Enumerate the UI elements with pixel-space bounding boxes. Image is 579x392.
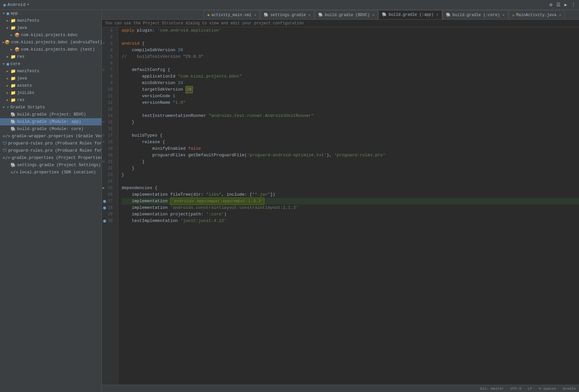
props-icon: </> — [11, 170, 18, 175]
code-line-23: } — [122, 172, 579, 178]
sidebar-item-package2[interactable]: ▶ 📦 com.kizai.projects.bdvc (androidTest… — [0, 39, 101, 46]
list-icon[interactable]: ☰ — [556, 2, 561, 8]
code-editor[interactable]: 1 2 ⊟3 4 5 6 ⊟7 8 9 10 11 12 13 14 ⊟15 1… — [102, 27, 579, 385]
tab-close-icon[interactable]: ✕ — [436, 12, 438, 17]
tab-close-icon[interactable]: ✕ — [254, 13, 256, 17]
tab-close-icon[interactable]: ✕ — [308, 13, 311, 17]
sidebar-item-gradle-wrapper[interactable]: </> gradle-wrapper.properties (Gradle Ve… — [0, 133, 101, 140]
sidebar-item-assets[interactable]: ▶ 📁 assets — [0, 82, 101, 89]
sidebar-item-proguard-core[interactable]: 🛡 proguard-rules.pro (ProGuard Rules for… — [0, 147, 101, 154]
fold-icon[interactable]: ⊟ — [102, 159, 104, 165]
sidebar-item-label: proguard-rules.pro (ProGuard Rules for a… — [8, 141, 101, 146]
fold-icon[interactable]: ⊟ — [102, 67, 104, 73]
tab-label: build.gradle (:app) — [389, 12, 434, 17]
code-text: fileTree(dir: — [170, 191, 206, 198]
sidebar-item-label: Gradle Scripts — [11, 105, 45, 110]
run-icon[interactable]: ▶ — [102, 185, 105, 191]
tab-main-activity[interactable]: ☕ MainActivity.java ✕ — [509, 10, 565, 19]
tab-settings-gradle[interactable]: 🐘 settings.gradle ✕ — [260, 10, 314, 19]
sidebar-item-proguard-app[interactable]: 🛡 proguard-rules.pro (ProGuard Rules for… — [0, 140, 101, 147]
code-line-14: testInstrumentationRunner "androidx.test… — [122, 113, 579, 119]
tab-activity-main[interactable]: ◈ activity_main.xml ✕ — [204, 10, 260, 19]
code-indent — [122, 73, 142, 80]
sidebar-item-local-props[interactable]: </> local.properties (SDK Location) — [0, 169, 101, 176]
sidebar-item-gradle-props[interactable]: </> gradle.properties (Project Propertie… — [0, 154, 101, 162]
code-indent — [122, 80, 142, 86]
tab-build-gradle-bdvc[interactable]: 🐘 build.gradle (BDVC) ✕ — [315, 10, 378, 19]
fold-icon[interactable]: ⊟ — [102, 40, 104, 47]
fold-icon[interactable]: ⊟ — [102, 132, 104, 139]
sidebar: ▼ ▣ app ▶ 📁 manifests ▶ 📁 java ▶ 📦 com.k… — [0, 10, 102, 392]
folder-icon: 📁 — [11, 54, 16, 59]
sidebar-item-build-gradle-project[interactable]: 🐘 build.gradle (Project: BDVC) — [0, 111, 101, 118]
code-text: applicationId — [142, 73, 178, 80]
code-line-27: implementation 'androidx.appcompat:appco… — [122, 198, 579, 205]
sidebar-item-res2[interactable]: ▶ 📁 res — [0, 97, 101, 104]
arrow-icon: ▶ — [7, 84, 11, 88]
tab-build-gradle-core[interactable]: 🐘 build.gradle (:core) ✕ — [442, 10, 508, 19]
tab-label: MainActivity.java — [516, 13, 556, 17]
sidebar-item-package1[interactable]: ▶ 📦 com.kizai.projects.bdvc — [0, 32, 101, 39]
dropdown-arrow-icon[interactable]: ▼ — [27, 3, 29, 7]
folder-icon: 📁 — [11, 98, 16, 103]
code-text: minSdkVersion — [142, 80, 178, 86]
string-value: "androidx.test.runner.AndroidJUnitRunner… — [209, 113, 314, 119]
code-line-10: targetSdkVersion 28 — [122, 86, 579, 93]
sidebar-item-build-gradle-core[interactable]: 🐘 build.gradle (Module: core) — [0, 125, 101, 133]
code-text: proguardFiles — [152, 152, 188, 159]
main-layout: ▼ ▣ app ▶ 📁 manifests ▶ 📁 java ▶ 📦 com.k… — [0, 10, 579, 392]
sidebar-item-core[interactable]: ▼ ▣ core — [0, 60, 101, 68]
line-num-8: 8 — [102, 73, 115, 80]
code-content[interactable]: apply plugin: 'com.android.application' … — [118, 27, 579, 385]
arrow-icon: ▼ — [3, 106, 7, 109]
string-value: 'proguard-android-optimize.txt' — [247, 152, 326, 159]
sidebar-item-settings-gradle[interactable]: 🐘 settings.gradle (Project Settings) — [0, 162, 101, 169]
folder-icon: 📁 — [11, 18, 16, 23]
string-value: "com.kizai.projects.bdvc" — [178, 73, 242, 80]
breakpoint-dot[interactable] — [103, 207, 106, 209]
sidebar-item-java2[interactable]: ▶ 📁 java — [0, 75, 101, 82]
line-num-21: ⊟21 — [102, 159, 115, 165]
sidebar-item-manifests2[interactable]: ▶ 📁 manifests — [0, 68, 101, 75]
sidebar-item-label: gradle-wrapper.properties (Gradle Versio… — [11, 134, 101, 139]
tab-close-icon[interactable]: ✕ — [559, 13, 561, 17]
code-text: implementation — [132, 211, 170, 218]
sidebar-item-label: settings.gradle (Project Settings) — [17, 163, 101, 167]
arrow-icon: ▶ — [7, 98, 11, 102]
line-num-24: 24 — [102, 178, 115, 185]
status-bar: Git: master UTF-8 LF 4 spaces Gradle — [102, 385, 579, 392]
settings-icon[interactable]: ⚙ — [549, 2, 552, 8]
breakpoint-dot[interactable] — [103, 220, 106, 223]
breakpoint-dot[interactable] — [103, 200, 106, 203]
fold-icon[interactable]: ⊟ — [102, 119, 104, 126]
sidebar-item-package3[interactable]: ▶ 📦 com.kizai.projects.bdvc (test) — [0, 46, 101, 53]
more-icon[interactable]: ⋮ — [571, 2, 576, 8]
tab-close-icon[interactable]: ✕ — [502, 13, 505, 17]
number-value: 24 — [178, 80, 183, 86]
tab-close-icon[interactable]: ✕ — [372, 13, 375, 17]
sidebar-item-label: proguard-rules.pro (ProGuard Rules for c… — [8, 148, 101, 153]
code-text: project(path: — [170, 211, 206, 218]
sidebar-item-app[interactable]: ▼ ▣ app — [0, 10, 101, 17]
code-indent — [122, 86, 142, 93]
sidebar-item-label: local.properties (SDK Location) — [19, 170, 96, 175]
code-line-2 — [122, 34, 579, 40]
sidebar-item-build-gradle-app[interactable]: 🐘 build.gradle (Module: app) — [0, 118, 101, 125]
code-indent — [122, 119, 132, 126]
code-line-3: android { — [122, 40, 579, 47]
sidebar-item-java[interactable]: ▶ 📁 java — [0, 24, 101, 32]
code-line-22: } — [122, 165, 579, 172]
line-num-26: 26 — [102, 191, 115, 198]
tab-build-gradle-app[interactable]: 🐘 build.gradle (:app) ✕ — [378, 10, 442, 19]
line-num-25: ▶25 — [102, 185, 115, 191]
run-icon[interactable]: ▶ — [565, 2, 567, 8]
sidebar-item-label: res — [17, 98, 25, 102]
info-bar: You can use the Project Structure dialog… — [102, 20, 579, 27]
sidebar-item-gradle-scripts[interactable]: ▼ ⚡ Gradle Scripts — [0, 104, 101, 111]
sidebar-item-res[interactable]: ▶ 📁 res — [0, 53, 101, 60]
arrow-icon: ▶ — [7, 26, 11, 30]
string-value: "libs" — [206, 191, 221, 198]
fold-icon[interactable]: ⊟ — [102, 139, 104, 145]
sidebar-item-manifests[interactable]: ▶ 📁 manifests — [0, 17, 101, 24]
sidebar-item-jnilibs[interactable]: ▶ 📁 jniLibs — [0, 89, 101, 97]
